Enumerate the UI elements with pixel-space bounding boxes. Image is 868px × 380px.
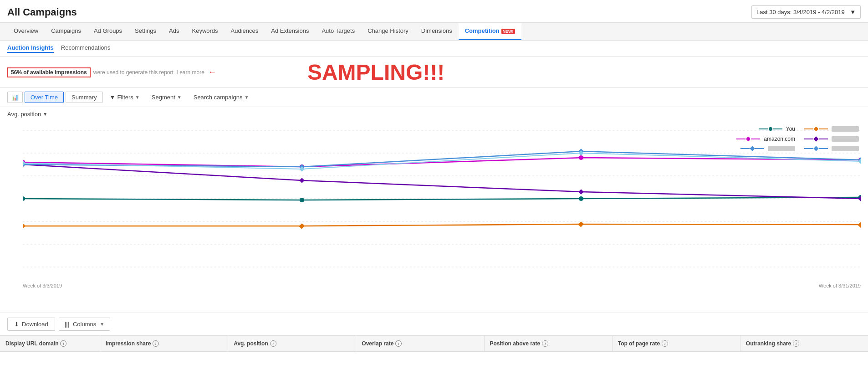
- col-avg-position-info-icon[interactable]: i: [270, 340, 276, 347]
- legend-blurred-label-1: [832, 126, 859, 132]
- date-range-label: Last 30 days: 3/4/2019 - 4/2/2019: [756, 9, 845, 15]
- col-display-url: Display URL domain i: [0, 336, 100, 351]
- legend-amazon-label: amazon.com: [764, 136, 795, 142]
- columns-chevron-icon: ▼: [100, 322, 104, 327]
- chevron-down-icon: ▼: [850, 9, 856, 15]
- col-position-above-rate: Position above rate i: [485, 336, 613, 351]
- tab-campaigns[interactable]: Campaigns: [45, 23, 87, 40]
- legend-blurred-2: [804, 136, 859, 142]
- col-position-above-rate-info-icon[interactable]: i: [542, 340, 548, 347]
- search-campaigns-chevron-icon: ▼: [244, 95, 249, 100]
- bottom-toolbar: ⬇ Download ||| Columns ▼: [0, 313, 868, 335]
- sub-nav-auction-insights[interactable]: Auction Insights: [7, 44, 54, 53]
- x-axis-labels: Week of 3/3/2019 Week of 3/31/2019: [23, 283, 861, 288]
- x-label-end: Week of 3/31/2019: [819, 283, 861, 288]
- tab-ad-extensions[interactable]: Ad Extensions: [265, 23, 315, 40]
- summary-button[interactable]: Summary: [66, 92, 103, 103]
- avg-position-label: Avg. position ▼: [0, 107, 868, 121]
- svg-point-14: [23, 196, 25, 201]
- col-overlap-rate-info-icon[interactable]: i: [395, 340, 402, 347]
- col-outranking-share: Outranking share i: [740, 336, 868, 351]
- toolbar: 📊 Over Time Summary ▼ Filters ▼ Segment …: [0, 88, 868, 107]
- sub-nav-recommendations[interactable]: Recommendations: [61, 44, 110, 53]
- nav-tabs: Overview Campaigns Ad Groups Settings Ad…: [0, 23, 868, 41]
- tab-competition[interactable]: CompetitionNEW!: [459, 23, 521, 40]
- col-top-of-page-rate: Top of page rate i: [613, 336, 740, 351]
- legend-blurred-label-4: [832, 146, 859, 151]
- legend-blurred-label-3: [768, 146, 795, 151]
- x-label-start: Week of 3/3/2019: [23, 283, 62, 288]
- legend-you-label: You: [786, 126, 795, 132]
- sampling-arrow-icon: ←: [208, 67, 216, 77]
- date-range-selector[interactable]: Last 30 days: 3/4/2019 - 4/2/2019 ▼: [751, 5, 861, 19]
- col-impression-share-info-icon[interactable]: i: [153, 340, 159, 347]
- new-badge: NEW!: [501, 29, 515, 34]
- tab-change-history[interactable]: Change History: [361, 23, 415, 40]
- page-title: All Campaigns: [7, 6, 77, 18]
- download-icon: ⬇: [14, 321, 19, 328]
- segment-dropdown[interactable]: Segment ▼: [147, 92, 187, 103]
- legend-blurred-label-2: [832, 136, 859, 142]
- svg-point-28: [579, 155, 584, 160]
- tab-dimensions[interactable]: Dimensions: [415, 23, 459, 40]
- table-header: Display URL domain i Impression share i …: [0, 335, 868, 352]
- legend-blurred-4: [804, 146, 859, 151]
- sub-nav: Auction Insights Recommendations: [0, 41, 868, 57]
- legend-blurred-3: [740, 146, 795, 151]
- col-impression-share: Impression share i: [100, 336, 228, 351]
- tab-ad-groups[interactable]: Ad Groups: [87, 23, 128, 40]
- svg-rect-23: [299, 223, 305, 228]
- columns-icon: |||: [65, 321, 69, 328]
- over-time-button[interactable]: Over Time: [25, 92, 64, 103]
- tab-overview[interactable]: Overview: [7, 23, 45, 40]
- sampling-highlight: 56% of available impressions: [7, 67, 91, 77]
- tab-settings[interactable]: Settings: [128, 23, 163, 40]
- filters-dropdown[interactable]: ▼ Filters ▼: [105, 92, 145, 103]
- segment-chevron-icon: ▼: [177, 95, 182, 100]
- col-overlap-rate: Overlap rate i: [356, 336, 484, 351]
- col-avg-position: Avg. position i: [228, 336, 356, 351]
- chart-legend: You amazon.com: [704, 126, 859, 151]
- sampling-big-label: SAMPLING!!!: [307, 60, 444, 85]
- tab-auto-targets[interactable]: Auto Targets: [315, 23, 361, 40]
- tab-keywords[interactable]: Keywords: [186, 23, 225, 40]
- avg-position-chevron-icon: ▼: [43, 112, 47, 117]
- filters-chevron-icon: ▼: [135, 95, 140, 100]
- svg-point-16: [579, 196, 584, 201]
- sampling-bar: 56% of available impressions were used t…: [0, 57, 868, 88]
- columns-dropdown[interactable]: ||| Columns ▼: [59, 318, 110, 331]
- top-bar: All Campaigns Last 30 days: 3/4/2019 - 4…: [0, 0, 868, 23]
- tab-ads[interactable]: Ads: [163, 23, 185, 40]
- svg-rect-32: [578, 189, 584, 194]
- bar-chart-icon: 📊: [11, 94, 19, 101]
- sampling-text: were used to generate this report. Learn…: [93, 69, 204, 76]
- search-campaigns-dropdown[interactable]: Search campaigns ▼: [189, 92, 254, 103]
- download-button[interactable]: ⬇ Download: [7, 318, 55, 331]
- svg-point-15: [300, 198, 305, 202]
- col-top-of-page-rate-info-icon[interactable]: i: [662, 340, 668, 347]
- tab-audiences[interactable]: Audiences: [225, 23, 265, 40]
- col-display-url-info-icon[interactable]: i: [60, 340, 66, 347]
- chart-area: You amazon.com: [0, 121, 868, 313]
- svg-rect-22: [23, 223, 26, 228]
- svg-rect-31: [299, 178, 305, 183]
- chart-view-button[interactable]: 📊: [7, 92, 23, 103]
- legend-blurred-1: [804, 126, 859, 132]
- legend-you: You: [759, 126, 795, 132]
- svg-rect-24: [578, 221, 584, 226]
- filter-icon: ▼: [110, 94, 116, 101]
- col-outranking-share-info-icon[interactable]: i: [793, 340, 799, 347]
- legend-amazon: amazon.com: [736, 136, 795, 142]
